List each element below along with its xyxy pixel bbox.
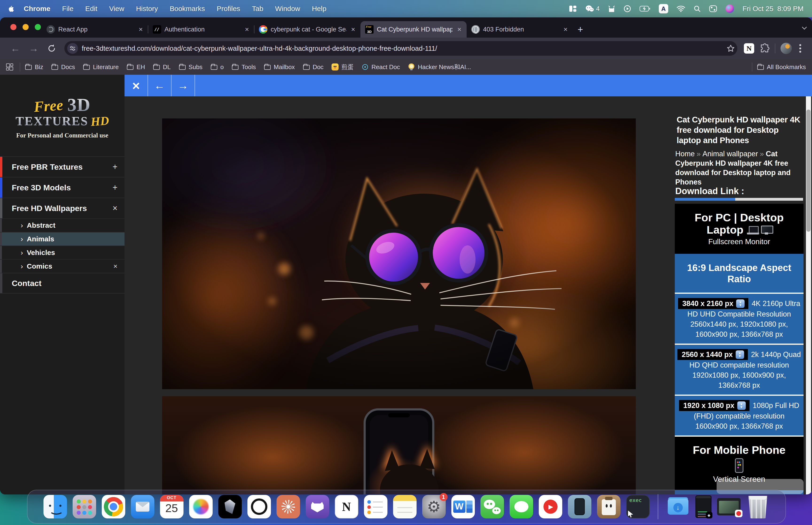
dock-item[interactable]: exec [626, 495, 650, 519]
bookmark-item[interactable]: Tools [232, 63, 256, 71]
sidebar-item[interactable]: Free HD Wallpapers × [0, 198, 124, 218]
notion-extension-icon[interactable]: N [744, 43, 754, 54]
bookmark-item[interactable]: 煎蛋 [332, 63, 354, 71]
previous-image-button[interactable]: ← [148, 75, 171, 96]
resolution-download-link[interactable]: 1920 x 1080 px [679, 400, 749, 411]
close-window-button[interactable] [10, 24, 16, 30]
dock-item[interactable] [539, 495, 562, 519]
close-icon[interactable]: × [113, 262, 118, 270]
bookmark-item[interactable]: DL [153, 63, 171, 71]
bookmark-star-icon[interactable] [726, 44, 735, 52]
dock-item[interactable] [364, 495, 387, 519]
resolution-download-link[interactable]: 3840 x 2160 px [678, 298, 748, 309]
menu-item[interactable]: Profiles [211, 5, 246, 13]
resolution-download-link[interactable]: 2560 x 1440 px [677, 349, 748, 360]
dock-item[interactable] [102, 495, 125, 519]
all-bookmarks-button[interactable]: All Bookmarks [757, 63, 806, 71]
wechat-status-icon[interactable]: 4 [585, 5, 600, 13]
menu-item[interactable]: Bookmarks [164, 5, 211, 13]
bookmark-item[interactable]: Subs [179, 63, 202, 71]
dock-item[interactable] [218, 495, 242, 519]
dock-item[interactable] [73, 495, 96, 519]
dock-item[interactable]: W [451, 495, 475, 519]
url-text[interactable]: free-3dtextureshd.com/download/cat-cyber… [82, 45, 724, 52]
sidebar-subitem[interactable]: Abstract [0, 218, 124, 232]
bookmark-item[interactable]: EH [127, 63, 145, 71]
expand-toggle-icon[interactable]: + [112, 183, 118, 193]
bookmark-item[interactable]: Mailbox [264, 63, 295, 71]
dock-item[interactable] [393, 495, 417, 519]
sidebar-item[interactable]: Free 3D Models + [0, 177, 124, 198]
dock-item[interactable] [568, 495, 592, 519]
new-tab-button[interactable]: + [573, 21, 588, 38]
expand-toggle-icon[interactable]: × [112, 203, 118, 213]
breadcrumb-section-link[interactable]: Animal wallpaper [703, 150, 758, 158]
dock-item[interactable]: OCT 25 [160, 495, 184, 519]
reload-button[interactable] [43, 44, 61, 53]
menu-item[interactable]: Tab [246, 5, 269, 13]
chrome-menu-icon[interactable] [799, 47, 801, 49]
sidebar-subitem[interactable]: Comics × [0, 259, 124, 273]
bookmark-item[interactable]: Hacker News和AI... [408, 63, 471, 71]
cat-menubar-icon[interactable] [608, 5, 615, 13]
apple-logo-icon[interactable] [9, 5, 15, 12]
dock-item[interactable] [597, 495, 621, 519]
extensions-puzzle-icon[interactable] [760, 44, 770, 53]
tab[interactable]: cyberpunk cat - Google Search [254, 21, 361, 38]
tab[interactable]: Authentication [148, 21, 254, 38]
scrollbar-thumb[interactable] [806, 109, 811, 232]
forward-button[interactable]: → [25, 43, 43, 54]
profile-avatar[interactable] [781, 43, 792, 54]
menu-item[interactable]: View [103, 5, 130, 13]
control-center-icon[interactable] [709, 5, 717, 12]
bookmark-item[interactable]: React Doc [362, 63, 400, 71]
address-bar[interactable]: free-3dtextureshd.com/download/cat-cyber… [64, 41, 737, 56]
expand-toggle-icon[interactable]: + [112, 162, 118, 172]
bookmark-item[interactable]: Biz [25, 63, 43, 71]
dock-item[interactable] [658, 494, 658, 519]
tab-search-chevron-icon[interactable] [802, 25, 807, 30]
tab-close-icon[interactable] [456, 26, 463, 33]
dock-item[interactable] [131, 495, 154, 519]
tab-close-icon[interactable] [562, 26, 569, 33]
dock-item[interactable] [277, 495, 300, 519]
dock-item[interactable] [189, 495, 213, 519]
sidebar-subitem[interactable]: Vehicles [0, 245, 124, 259]
tab[interactable]: 403 Forbidden [466, 21, 573, 38]
tab-close-icon[interactable] [350, 26, 357, 33]
input-source-icon[interactable]: A [659, 4, 668, 13]
dock-item[interactable] [717, 498, 740, 515]
site-info-icon[interactable] [67, 43, 78, 54]
menu-item[interactable]: History [130, 5, 164, 13]
play-circle-icon[interactable] [624, 5, 631, 13]
tab[interactable]: React App [42, 21, 148, 38]
spotlight-search-icon[interactable] [693, 5, 701, 12]
menu-item[interactable]: Chrome [18, 5, 56, 13]
dock-item[interactable] [306, 495, 329, 519]
dock-item[interactable] [695, 495, 711, 518]
dock-item[interactable] [247, 495, 271, 519]
sidebar-subitem[interactable]: Animals [0, 232, 124, 245]
menu-item[interactable]: Edit [79, 5, 103, 13]
next-image-button[interactable]: → [171, 75, 195, 96]
dock-item[interactable] [666, 495, 690, 519]
tab-close-icon[interactable] [243, 26, 250, 33]
back-button[interactable]: ← [6, 43, 25, 54]
bookmark-item[interactable]: Docs [51, 63, 75, 71]
menu-item[interactable]: Window [269, 5, 306, 13]
apps-grid-icon[interactable] [6, 63, 13, 71]
menu-item[interactable]: File [56, 5, 79, 13]
tab[interactable]: Free3D Cat Cyberpunk HD wallpaper [361, 21, 466, 38]
wifi-icon[interactable] [677, 5, 685, 12]
dock-item[interactable]: N [335, 495, 358, 519]
battery-icon[interactable] [640, 6, 650, 12]
window-manager-icon[interactable] [569, 5, 577, 12]
close-button[interactable]: × [124, 75, 148, 96]
sidebar-item[interactable]: Free PBR Textures + [0, 156, 124, 177]
menu-item[interactable]: Help [306, 5, 332, 13]
breadcrumb-home-link[interactable]: Home [675, 150, 695, 158]
bookmark-item[interactable]: Literature [83, 63, 119, 71]
dock-item[interactable]: 1 [422, 495, 446, 519]
sidebar-item-contact[interactable]: Contact [0, 273, 124, 294]
bookmark-item[interactable]: Doc [303, 63, 323, 71]
